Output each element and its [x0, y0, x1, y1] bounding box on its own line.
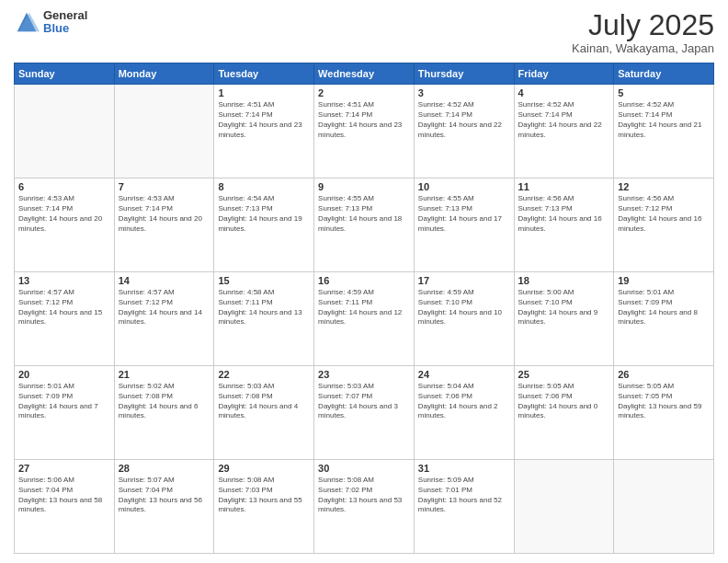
day-detail: Sunrise: 4:51 AM Sunset: 7:14 PM Dayligh… [318, 100, 410, 140]
day-detail: Sunrise: 4:55 AM Sunset: 7:13 PM Dayligh… [418, 194, 510, 234]
day-detail: Sunrise: 5:09 AM Sunset: 7:01 PM Dayligh… [418, 476, 510, 515]
calendar-week-0: 1Sunrise: 4:51 AM Sunset: 7:14 PM Daylig… [15, 85, 714, 178]
calendar-cell-9: 9Sunrise: 4:55 AM Sunset: 7:13 PM Daylig… [314, 178, 415, 272]
calendar-cell-21: 21Sunrise: 5:02 AM Sunset: 7:08 PM Dayli… [114, 366, 214, 460]
calendar-cell-empty [514, 460, 614, 554]
location: Kainan, Wakayama, Japan [572, 41, 714, 55]
day-number: 23 [318, 369, 410, 380]
calendar-cell-19: 19Sunrise: 5:01 AM Sunset: 7:09 PM Dayli… [614, 272, 714, 366]
day-number: 10 [418, 181, 510, 192]
day-number: 13 [18, 275, 110, 286]
calendar-cell-7: 7Sunrise: 4:53 AM Sunset: 7:14 PM Daylig… [114, 178, 214, 272]
day-detail: Sunrise: 4:53 AM Sunset: 7:14 PM Dayligh… [119, 194, 210, 234]
day-number: 24 [418, 369, 510, 380]
day-detail: Sunrise: 5:05 AM Sunset: 7:05 PM Dayligh… [618, 382, 710, 421]
day-number: 2 [318, 87, 410, 98]
header: General Blue July 2025 Kainan, Wakayama,… [14, 9, 714, 55]
calendar-week-4: 27Sunrise: 5:06 AM Sunset: 7:04 PM Dayli… [15, 460, 714, 554]
calendar-cell-25: 25Sunrise: 5:05 AM Sunset: 7:06 PM Dayli… [514, 366, 614, 460]
day-number: 14 [119, 275, 210, 286]
calendar-cell-31: 31Sunrise: 5:09 AM Sunset: 7:01 PM Dayli… [414, 460, 514, 554]
day-number: 3 [418, 87, 510, 98]
calendar-cell-29: 29Sunrise: 5:08 AM Sunset: 7:03 PM Dayli… [214, 460, 314, 554]
calendar-cell-4: 4Sunrise: 4:52 AM Sunset: 7:14 PM Daylig… [514, 85, 614, 178]
calendar-cell-1: 1Sunrise: 4:51 AM Sunset: 7:14 PM Daylig… [214, 85, 314, 178]
logo-text: General Blue [43, 9, 87, 36]
day-detail: Sunrise: 5:03 AM Sunset: 7:07 PM Dayligh… [318, 382, 410, 421]
day-detail: Sunrise: 4:56 AM Sunset: 7:13 PM Dayligh… [518, 194, 610, 234]
calendar-cell-17: 17Sunrise: 4:59 AM Sunset: 7:10 PM Dayli… [414, 272, 514, 366]
day-number: 5 [618, 87, 710, 98]
calendar-header-tuesday: Tuesday [214, 63, 314, 85]
day-detail: Sunrise: 4:56 AM Sunset: 7:12 PM Dayligh… [618, 194, 710, 234]
day-detail: Sunrise: 4:52 AM Sunset: 7:14 PM Dayligh… [518, 100, 610, 140]
calendar-cell-27: 27Sunrise: 5:06 AM Sunset: 7:04 PM Dayli… [15, 460, 115, 554]
calendar-header-monday: Monday [114, 63, 214, 85]
calendar-cell-11: 11Sunrise: 4:56 AM Sunset: 7:13 PM Dayli… [514, 178, 614, 272]
day-detail: Sunrise: 5:01 AM Sunset: 7:09 PM Dayligh… [18, 382, 110, 421]
calendar-cell-24: 24Sunrise: 5:04 AM Sunset: 7:06 PM Dayli… [414, 366, 514, 460]
day-number: 8 [218, 181, 310, 192]
calendar-cell-13: 13Sunrise: 4:57 AM Sunset: 7:12 PM Dayli… [15, 272, 115, 366]
logo: General Blue [14, 9, 87, 36]
day-number: 22 [218, 369, 310, 380]
day-number: 19 [618, 275, 710, 286]
calendar-header-sunday: Sunday [15, 63, 115, 85]
day-number: 11 [518, 181, 610, 192]
day-detail: Sunrise: 5:03 AM Sunset: 7:08 PM Dayligh… [218, 382, 310, 421]
day-number: 29 [218, 463, 310, 474]
day-detail: Sunrise: 5:00 AM Sunset: 7:10 PM Dayligh… [518, 288, 610, 327]
calendar-week-2: 13Sunrise: 4:57 AM Sunset: 7:12 PM Dayli… [15, 272, 714, 366]
calendar-cell-26: 26Sunrise: 5:05 AM Sunset: 7:05 PM Dayli… [614, 366, 714, 460]
day-number: 9 [318, 181, 410, 192]
day-detail: Sunrise: 4:52 AM Sunset: 7:14 PM Dayligh… [418, 100, 510, 140]
day-detail: Sunrise: 4:51 AM Sunset: 7:14 PM Dayligh… [218, 100, 310, 140]
day-detail: Sunrise: 4:59 AM Sunset: 7:11 PM Dayligh… [318, 288, 410, 327]
day-detail: Sunrise: 4:53 AM Sunset: 7:14 PM Dayligh… [18, 194, 110, 234]
day-detail: Sunrise: 5:08 AM Sunset: 7:02 PM Dayligh… [318, 476, 410, 515]
day-number: 16 [318, 275, 410, 286]
day-detail: Sunrise: 5:08 AM Sunset: 7:03 PM Dayligh… [218, 476, 310, 515]
day-detail: Sunrise: 4:58 AM Sunset: 7:11 PM Dayligh… [218, 288, 310, 327]
calendar-cell-23: 23Sunrise: 5:03 AM Sunset: 7:07 PM Dayli… [314, 366, 415, 460]
calendar-cell-8: 8Sunrise: 4:54 AM Sunset: 7:13 PM Daylig… [214, 178, 314, 272]
calendar-cell-20: 20Sunrise: 5:01 AM Sunset: 7:09 PM Dayli… [15, 366, 115, 460]
day-detail: Sunrise: 5:04 AM Sunset: 7:06 PM Dayligh… [418, 382, 510, 421]
calendar-header-thursday: Thursday [414, 63, 514, 85]
calendar-header-friday: Friday [514, 63, 614, 85]
day-number: 1 [218, 87, 310, 98]
day-number: 28 [119, 463, 210, 474]
calendar-cell-5: 5Sunrise: 4:52 AM Sunset: 7:14 PM Daylig… [614, 85, 714, 178]
day-number: 31 [418, 463, 510, 474]
day-detail: Sunrise: 5:02 AM Sunset: 7:08 PM Dayligh… [119, 382, 210, 421]
day-number: 17 [418, 275, 510, 286]
title-block: July 2025 Kainan, Wakayama, Japan [572, 9, 714, 55]
calendar-cell-empty [15, 85, 115, 178]
day-number: 15 [218, 275, 310, 286]
page: General Blue July 2025 Kainan, Wakayama,… [0, 0, 728, 563]
calendar-cell-3: 3Sunrise: 4:52 AM Sunset: 7:14 PM Daylig… [414, 85, 514, 178]
calendar-week-3: 20Sunrise: 5:01 AM Sunset: 7:09 PM Dayli… [15, 366, 714, 460]
day-number: 25 [518, 369, 610, 380]
calendar-cell-6: 6Sunrise: 4:53 AM Sunset: 7:14 PM Daylig… [15, 178, 115, 272]
calendar-cell-22: 22Sunrise: 5:03 AM Sunset: 7:08 PM Dayli… [214, 366, 314, 460]
day-number: 26 [618, 369, 710, 380]
calendar-cell-empty [614, 460, 714, 554]
day-detail: Sunrise: 5:06 AM Sunset: 7:04 PM Dayligh… [18, 476, 110, 515]
day-detail: Sunrise: 5:01 AM Sunset: 7:09 PM Dayligh… [618, 288, 710, 327]
day-detail: Sunrise: 4:54 AM Sunset: 7:13 PM Dayligh… [218, 194, 310, 234]
day-number: 30 [318, 463, 410, 474]
day-number: 12 [618, 181, 710, 192]
logo-icon [14, 9, 40, 35]
day-number: 20 [18, 369, 110, 380]
calendar-cell-empty [114, 85, 214, 178]
day-detail: Sunrise: 4:59 AM Sunset: 7:10 PM Dayligh… [418, 288, 510, 327]
calendar-cell-14: 14Sunrise: 4:57 AM Sunset: 7:12 PM Dayli… [114, 272, 214, 366]
calendar-header-wednesday: Wednesday [314, 63, 415, 85]
day-number: 7 [119, 181, 210, 192]
day-number: 4 [518, 87, 610, 98]
calendar-cell-15: 15Sunrise: 4:58 AM Sunset: 7:11 PM Dayli… [214, 272, 314, 366]
calendar-table: SundayMondayTuesdayWednesdayThursdayFrid… [14, 63, 714, 554]
day-number: 21 [119, 369, 210, 380]
day-detail: Sunrise: 4:57 AM Sunset: 7:12 PM Dayligh… [18, 288, 110, 327]
